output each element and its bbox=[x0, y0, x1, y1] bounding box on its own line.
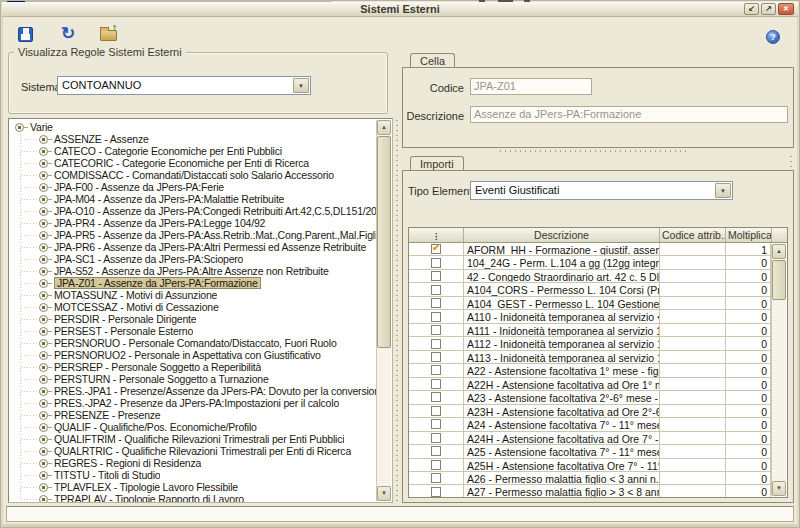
row-checkbox[interactable] bbox=[431, 298, 441, 308]
close-button[interactable] bbox=[778, 3, 794, 15]
table-row[interactable]: A112 - Inidoneità temporanea al servizio… bbox=[409, 337, 771, 350]
tree-item[interactable]: TITSTU - Titoli di Studio bbox=[9, 469, 376, 481]
row-checkbox[interactable] bbox=[431, 271, 441, 281]
scroll-up-button[interactable] bbox=[772, 244, 786, 259]
row-checkbox[interactable] bbox=[431, 244, 441, 254]
row-checkbox[interactable] bbox=[431, 419, 441, 429]
row-checkbox[interactable] bbox=[431, 473, 441, 483]
tree-node-handle-icon[interactable] bbox=[39, 447, 48, 456]
tree-node-handle-icon[interactable] bbox=[39, 207, 48, 216]
tree-node-handle-icon[interactable] bbox=[39, 399, 48, 408]
splitter-handle[interactable] bbox=[500, 150, 690, 152]
tree-node-handle-icon[interactable] bbox=[39, 219, 48, 228]
help-icon[interactable] bbox=[766, 30, 780, 44]
row-checkbox[interactable] bbox=[431, 487, 441, 497]
tree-item[interactable]: QUALIF - Qualifiche/Pos. Economiche/Prof… bbox=[9, 421, 376, 433]
row-checkbox[interactable] bbox=[431, 339, 441, 349]
scrollbar-thumb[interactable] bbox=[377, 136, 391, 348]
row-checkbox[interactable] bbox=[431, 352, 441, 362]
tree-item[interactable]: TPLAVFLEX - Tipologie Lavoro Flessibile bbox=[9, 481, 376, 493]
column-header-descrizione[interactable]: Descrizione bbox=[464, 228, 660, 242]
table-row[interactable]: A24 - Astensione facoltativa 7° - 11° me… bbox=[409, 418, 771, 431]
tree-item[interactable]: PERSTURN - Personale Soggetto a Turnazio… bbox=[9, 373, 376, 385]
tree-item[interactable]: JPA-M04 - Assenze da JPers-PA:Malattie R… bbox=[9, 193, 376, 205]
tree-node-handle-icon[interactable] bbox=[39, 291, 48, 300]
scrollbar-thumb[interactable] bbox=[772, 260, 786, 300]
tree-item[interactable]: CATECO - Categorie Economiche per Enti P… bbox=[9, 145, 376, 157]
row-checkbox[interactable] bbox=[431, 312, 441, 322]
tree-node-handle-icon[interactable] bbox=[39, 435, 48, 444]
column-header-moltiplicatore[interactable]: Moltiplicat... bbox=[726, 228, 772, 242]
column-header-codice-attributo[interactable]: Codice attrib... bbox=[660, 228, 726, 242]
row-checkbox[interactable] bbox=[431, 446, 441, 456]
chevron-down-icon[interactable] bbox=[293, 78, 309, 93]
row-checkbox[interactable] bbox=[431, 325, 441, 335]
tree-node-handle-icon[interactable] bbox=[39, 315, 48, 324]
tree-node-handle-icon[interactable] bbox=[39, 243, 48, 252]
table-row[interactable]: A22H - Astensione facoltativa ad Ore 1° … bbox=[409, 378, 771, 391]
tree-node-handle-icon[interactable] bbox=[39, 279, 48, 288]
tree-node-handle-icon[interactable] bbox=[39, 135, 48, 144]
tree-item[interactable]: REGRES - Regioni di Residenza bbox=[9, 457, 376, 469]
tree-item[interactable]: JPA-S52 - Assenze da JPers-PA:Altre Asse… bbox=[9, 265, 376, 277]
tree-item[interactable]: PRES.-JPA2 - Presenze da JPers-PA:Impost… bbox=[9, 397, 376, 409]
row-checkbox[interactable] bbox=[431, 365, 441, 375]
tree-item[interactable]: PERSEST - Personale Esterno bbox=[9, 325, 376, 337]
table-row[interactable]: A23 - Astensione facoltativa 2°-6° mese … bbox=[409, 391, 771, 404]
table-row[interactable]: A25H - Astensione facoltativa Ore 7° - 1… bbox=[409, 459, 771, 472]
scroll-up-button[interactable] bbox=[377, 120, 391, 135]
table-scrollbar[interactable] bbox=[771, 244, 786, 496]
table-row[interactable]: A111 - Inidoneità temporanea al servizio… bbox=[409, 324, 771, 337]
table-row[interactable]: A24H - Astensione facoltativa ad Ore 7° … bbox=[409, 432, 771, 445]
tree-item[interactable]: JPA-PR4 - Assenze da JPers-PA:Legge 104/… bbox=[9, 217, 376, 229]
tree-node-handle-icon[interactable] bbox=[39, 459, 48, 468]
save-icon[interactable] bbox=[18, 27, 33, 42]
minimize-button[interactable] bbox=[744, 3, 759, 15]
table-row[interactable]: A22 - Astensione facoltativa 1° mese - f… bbox=[409, 364, 771, 377]
tree-node-handle-icon[interactable] bbox=[39, 483, 48, 492]
tree-node-handle-icon[interactable] bbox=[39, 339, 48, 348]
splitter-divider[interactable] bbox=[396, 120, 398, 502]
tree-item[interactable]: PERSNORUO2 - Personale in Aspettativa co… bbox=[9, 349, 376, 361]
tree-node-handle-icon[interactable] bbox=[39, 255, 48, 264]
tree-node-handle-icon[interactable] bbox=[39, 411, 48, 420]
tree-node-handle-icon[interactable] bbox=[15, 123, 24, 132]
tree-node-handle-icon[interactable] bbox=[39, 267, 48, 276]
tree-node-handle-icon[interactable] bbox=[39, 327, 48, 336]
table-row[interactable]: 104_24G - Perm. L.104 a gg (12gg integra… bbox=[409, 256, 771, 269]
tree-node-handle-icon[interactable] bbox=[39, 423, 48, 432]
row-checkbox[interactable] bbox=[431, 406, 441, 416]
row-checkbox[interactable] bbox=[431, 460, 441, 470]
tipo-elemento-combobox[interactable]: Eventi Giustificati bbox=[470, 181, 733, 200]
tab-importi[interactable]: Importi bbox=[410, 156, 464, 171]
row-checkbox[interactable] bbox=[431, 379, 441, 389]
tree-item[interactable]: COMDISSACC - Comandati/Distaccati solo S… bbox=[9, 169, 376, 181]
tree-item[interactable]: ASSENZE - Assenze bbox=[9, 133, 376, 145]
scroll-down-button[interactable] bbox=[772, 481, 786, 496]
tree-node-handle-icon[interactable] bbox=[39, 303, 48, 312]
tree-item[interactable]: JPA-PR6 - Assenze da JPers-PA:Altri Perm… bbox=[9, 241, 376, 253]
tree-node-handle-icon[interactable] bbox=[39, 363, 48, 372]
tree-item[interactable]: PERSNORUO - Personale Comandato/Distacca… bbox=[9, 337, 376, 349]
tree-item[interactable]: JPA-F00 - Assenze da JPers-PA:Ferie bbox=[9, 181, 376, 193]
scroll-down-button[interactable] bbox=[377, 486, 391, 501]
table-row[interactable]: A110 - Inidoneità temporanea al servizio… bbox=[409, 310, 771, 323]
tree-node-handle-icon[interactable] bbox=[39, 195, 48, 204]
tree-item[interactable]: JPA-PR5 - Assenze da JPers-PA:Ass.Retrib… bbox=[9, 229, 376, 241]
tree-item[interactable]: JPA-SC1 - Assenze da JPers-PA:Sciopero bbox=[9, 253, 376, 265]
table-row[interactable]: A23H - Astensione facoltativa ad Ore 2°-… bbox=[409, 405, 771, 418]
row-checkbox[interactable] bbox=[431, 433, 441, 443]
tree-item-root[interactable]: Varie bbox=[9, 121, 376, 133]
tree-item[interactable]: MOTCESSAZ - Motivi di Cessazione bbox=[9, 301, 376, 313]
table-row[interactable]: A104_CORS - Permesso L. 104 Corsi (Prede… bbox=[409, 283, 771, 296]
open-export-icon[interactable] bbox=[100, 30, 117, 41]
tree-item[interactable]: CATECORIC - Categorie Economiche per Ent… bbox=[9, 157, 376, 169]
tree-node-handle-icon[interactable] bbox=[39, 387, 48, 396]
tree-node-handle-icon[interactable] bbox=[39, 495, 48, 503]
tree-item[interactable]: PRESENZE - Presenze bbox=[9, 409, 376, 421]
tree-node-handle-icon[interactable] bbox=[39, 351, 48, 360]
maximize-button[interactable] bbox=[761, 3, 776, 15]
tree-node-handle-icon[interactable] bbox=[39, 375, 48, 384]
tree-node-handle-icon[interactable] bbox=[39, 471, 48, 480]
tree-item[interactable]: PRES.-JPA1 - Presenze/Assenze da JPers-P… bbox=[9, 385, 376, 397]
